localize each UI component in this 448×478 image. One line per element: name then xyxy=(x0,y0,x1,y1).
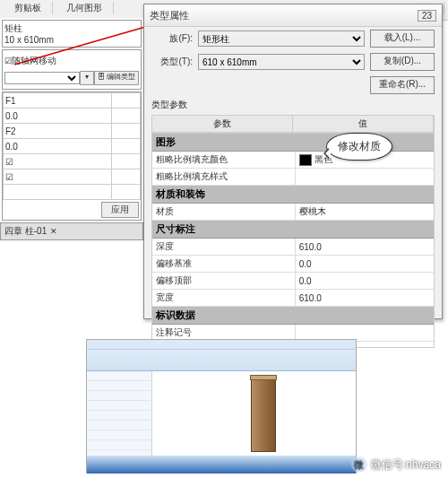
property-key: 深度 xyxy=(152,239,296,255)
color-swatch xyxy=(299,154,312,166)
property-row[interactable]: 粗略比例填充颜色黑色 xyxy=(152,152,434,169)
property-group-header[interactable]: 标识数据 xyxy=(152,307,434,325)
dialog-close-button[interactable]: 23 xyxy=(418,10,436,22)
type-selector[interactable] xyxy=(4,72,80,84)
view-tab[interactable]: 四章 柱-01✕ xyxy=(0,222,143,240)
grid-cell[interactable]: ☑ xyxy=(4,154,112,169)
wechat-icon: 微 xyxy=(351,456,367,473)
property-row[interactable]: 偏移顶部0.0 xyxy=(152,273,434,290)
close-tab-icon[interactable]: ✕ xyxy=(50,227,57,236)
property-row[interactable]: 粗略比例填充样式 xyxy=(152,169,434,186)
property-value[interactable]: 0.0 xyxy=(296,273,434,289)
family-label: 族(F): xyxy=(151,32,193,45)
property-key: 宽度 xyxy=(152,290,296,306)
property-value[interactable]: 0.0 xyxy=(296,256,434,272)
property-row[interactable]: 偏移基准0.0 xyxy=(152,256,434,273)
grid-cell[interactable] xyxy=(112,139,141,154)
grid-cell[interactable]: F1 xyxy=(4,93,112,109)
property-row[interactable]: 宽度610.0 xyxy=(152,290,434,307)
grid-cell[interactable] xyxy=(4,185,112,200)
property-group-header[interactable]: 尺寸标注 xyxy=(152,221,434,239)
screenshot-thumbnail xyxy=(86,339,357,474)
property-key: 粗略比例填充颜色 xyxy=(152,152,296,168)
callout-bubble: 修改材质 xyxy=(326,133,392,161)
param-header: 参数值 xyxy=(151,115,435,133)
property-value[interactable]: 樱桃木 xyxy=(296,204,434,220)
property-row[interactable]: 材质樱桃木 xyxy=(152,204,434,221)
type-label: 类型(T): xyxy=(151,56,193,68)
type-properties-dialog: 类型属性 23 族(F): 矩形柱 载入(L)... 类型(T): 610 x … xyxy=(143,4,443,319)
property-key: 偏移顶部 xyxy=(152,273,296,289)
edit-type-button[interactable]: 🗄 编辑类型 xyxy=(94,71,139,85)
grid-cell[interactable] xyxy=(112,124,141,139)
property-key: 粗略比例填充样式 xyxy=(152,169,296,185)
property-grid[interactable]: F10.0F20.0☑☑ xyxy=(3,92,141,200)
property-value[interactable]: 610.0 xyxy=(296,239,434,255)
watermark: 微微信号:nhvaca xyxy=(351,456,441,473)
grid-cell[interactable] xyxy=(112,93,141,109)
param-section-label: 类型参数 xyxy=(144,97,442,113)
load-button[interactable]: 载入(L)... xyxy=(370,30,435,48)
grid-cell[interactable] xyxy=(112,185,141,200)
grid-cell[interactable]: ☑ xyxy=(4,169,112,185)
grid-cell[interactable] xyxy=(112,109,141,124)
column-3d xyxy=(251,377,276,452)
property-key: 材质 xyxy=(152,204,296,220)
property-value[interactable] xyxy=(296,169,434,185)
property-group-header[interactable]: 材质和装饰 xyxy=(152,186,434,204)
property-row[interactable]: 深度610.0 xyxy=(152,239,434,256)
rename-button[interactable]: 重命名(R)... xyxy=(370,76,435,94)
family-size: 10 x 610mm xyxy=(4,35,139,45)
grid-cell[interactable]: F2 xyxy=(4,124,112,139)
type-select[interactable]: 610 x 610mm xyxy=(198,54,365,70)
property-key: 偏移基准 xyxy=(152,256,296,272)
menu-geometry[interactable]: 几何图形 xyxy=(56,2,114,14)
grid-cell[interactable] xyxy=(112,154,141,169)
grid-cell[interactable] xyxy=(112,169,141,185)
param-grid[interactable]: 图形粗略比例填充颜色黑色粗略比例填充样式材质和装饰材质樱桃木尺寸标注深度610.… xyxy=(151,133,435,348)
apply-button[interactable]: 应用 xyxy=(101,202,139,218)
grid-cell[interactable]: 0.0 xyxy=(4,139,112,154)
constrain-label: 随轴网移动 xyxy=(12,55,139,67)
dialog-title: 类型属性 xyxy=(150,9,189,22)
family-select[interactable]: 矩形柱 xyxy=(198,30,365,47)
duplicate-button[interactable]: 复制(D)... xyxy=(370,53,435,71)
properties-panel: 矩柱 10 x 610mm ☑ 随轴网移动 ▾ 🗄 编辑类型 F10.0F20.… xyxy=(0,18,143,240)
property-value[interactable]: 610.0 xyxy=(296,290,434,306)
family-type: 矩柱 xyxy=(4,22,139,35)
grid-cell[interactable]: 0.0 xyxy=(4,109,112,124)
dropdown-icon[interactable]: ▾ xyxy=(80,71,94,85)
menu-clipboard[interactable]: 剪贴板 xyxy=(4,2,53,14)
